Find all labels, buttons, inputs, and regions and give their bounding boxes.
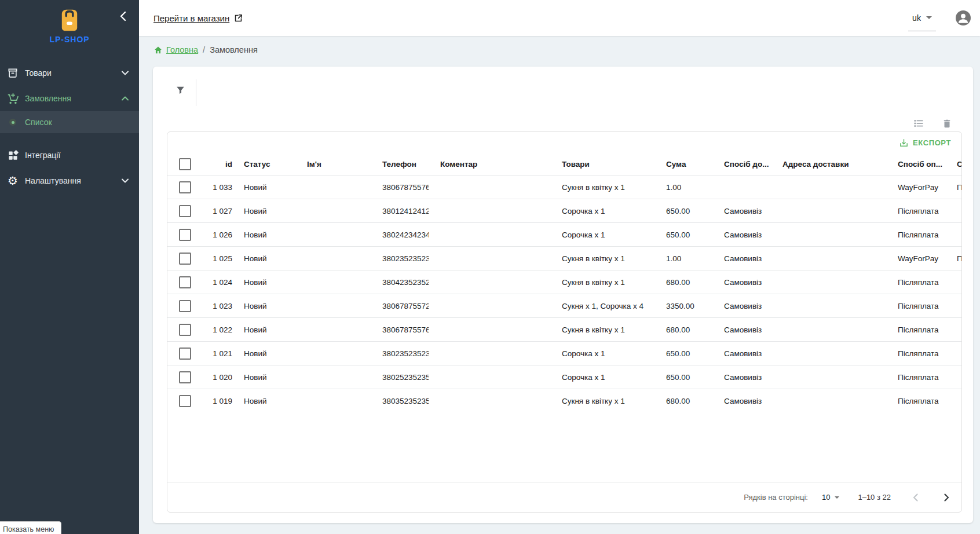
cell-comment — [429, 365, 550, 389]
cell-phone: 380352352353 — [371, 389, 429, 413]
sidebar-item-integrations[interactable]: Інтеграції — [0, 142, 139, 168]
table-row[interactable]: 1 026Новий380242342342Сорочка x 1650.00С… — [167, 223, 961, 247]
cell-sum: 3350.00 — [654, 294, 712, 318]
cell-payment_status — [945, 365, 961, 389]
row-checkbox[interactable] — [179, 229, 191, 241]
export-button[interactable]: ЕКСПОРТ — [895, 136, 955, 150]
cell-payment_status — [945, 342, 961, 365]
row-checkbox[interactable] — [179, 324, 191, 336]
cell-sum: 680.00 — [654, 389, 712, 413]
home-icon — [153, 46, 163, 54]
previous-page-button[interactable] — [908, 491, 922, 504]
column-header-id[interactable]: id — [208, 153, 232, 175]
table-row[interactable]: 1 019Новий380352352353Сукня в квітку x 1… — [167, 389, 961, 413]
table-row[interactable]: 1 027Новий380124124124Сорочка x 1650.00С… — [167, 199, 961, 223]
cell-products: Сорочка x 1 — [550, 342, 654, 365]
cell-comment — [429, 270, 550, 294]
orders-table-card: ЕКСПОРТ idСтатусІм'яТелефонКоментарТовар… — [167, 131, 962, 513]
row-checkbox[interactable] — [179, 395, 191, 407]
filter-button[interactable] — [172, 82, 188, 98]
caret-down-icon — [926, 16, 932, 19]
cell-name — [295, 223, 371, 247]
chevron-left-icon — [913, 493, 918, 502]
column-header-sum[interactable]: Сума — [654, 153, 712, 175]
cell-id: 1 024 — [208, 270, 232, 294]
cell-select — [167, 175, 208, 199]
shopping-bag-logo-icon — [58, 9, 81, 31]
cell-name — [295, 270, 371, 294]
cell-name — [295, 247, 371, 270]
table-row[interactable]: 1 023Новий380678755722Сукня x 1, Сорочка… — [167, 294, 961, 318]
sidebar-item-orders-list[interactable]: Список — [0, 111, 139, 133]
column-header-comment[interactable]: Коментар — [429, 153, 550, 175]
breadcrumb-home-link[interactable]: Головна — [153, 45, 198, 54]
cell-payment: WayForPay — [886, 175, 945, 199]
cell-phone: 380235235235 — [371, 247, 429, 270]
cell-delivery: Самовивіз — [712, 270, 771, 294]
column-header-name[interactable]: Ім'я — [295, 153, 371, 175]
cell-sum: 680.00 — [654, 318, 712, 342]
sidebar-item-products[interactable]: Товари — [0, 60, 139, 86]
account-avatar[interactable] — [956, 10, 971, 25]
language-value: uk — [912, 13, 921, 23]
go-to-store-label: Перейти в магазин — [153, 13, 229, 23]
radio-dot-icon — [6, 115, 20, 129]
table-row[interactable]: 1 024Новий380423523523Сукня в квітку x 1… — [167, 270, 961, 294]
trash-icon — [942, 118, 952, 129]
table-row[interactable]: 1 025Новий380235235235Сукня в квітку x 1… — [167, 247, 961, 270]
delete-button[interactable] — [942, 118, 952, 129]
export-row: ЕКСПОРТ — [167, 132, 961, 153]
cell-address — [771, 199, 886, 223]
cell-products: Сукня в квітку x 1 — [550, 389, 654, 413]
cell-id: 1 027 — [208, 199, 232, 223]
cell-payment_status: П — [945, 247, 961, 270]
external-link-icon — [233, 13, 243, 23]
sidebar-item-settings[interactable]: ⚙ Налаштування — [0, 168, 139, 193]
language-select[interactable]: uk — [908, 11, 936, 31]
cell-address — [771, 294, 886, 318]
cell-sum: 650.00 — [654, 365, 712, 389]
cell-products: Сукня в квітку x 1 — [550, 318, 654, 342]
filter-funnel-icon — [175, 85, 185, 95]
column-header-delivery[interactable]: Спосіб до... — [712, 153, 771, 175]
cell-payment_status — [945, 270, 961, 294]
column-header-phone[interactable]: Телефон — [371, 153, 429, 175]
cell-select — [167, 318, 208, 342]
cell-status: Новий — [232, 175, 295, 199]
column-header-payment[interactable]: Спосіб оп... — [886, 153, 945, 175]
cell-payment_status: П — [945, 175, 961, 199]
row-checkbox[interactable] — [179, 300, 191, 312]
go-to-store-link[interactable]: Перейти в магазин — [153, 13, 243, 23]
row-checkbox[interactable] — [179, 348, 191, 360]
table-row[interactable]: 1 033Новий380678755765Сукня в квітку x 1… — [167, 175, 961, 199]
column-header-address[interactable]: Адреса доставки — [771, 153, 886, 175]
list-icon — [913, 118, 924, 129]
column-header-products[interactable]: Товари — [550, 153, 654, 175]
column-settings-button[interactable] — [913, 118, 924, 129]
sidebar-item-label: Список — [25, 118, 129, 127]
chevron-up-icon — [122, 96, 129, 101]
table-row[interactable]: 1 021Новий380235235235Сорочка x 1650.00С… — [167, 342, 961, 365]
row-checkbox[interactable] — [179, 371, 191, 383]
row-checkbox[interactable] — [179, 253, 191, 265]
table-row[interactable]: 1 020Новий380252352352Сорочка x 1650.00С… — [167, 365, 961, 389]
logo-text: LP-SHOP — [49, 35, 89, 44]
cell-status: Новий — [232, 223, 295, 247]
column-header-payment_status[interactable]: С — [945, 153, 961, 175]
row-checkbox[interactable] — [179, 276, 191, 288]
sidebar-collapse-button[interactable] — [116, 9, 130, 23]
export-label: ЕКСПОРТ — [913, 138, 951, 147]
column-header-status[interactable]: Статус — [232, 153, 295, 175]
cell-id: 1 025 — [208, 247, 232, 270]
row-checkbox[interactable] — [179, 181, 191, 193]
sidebar-item-orders[interactable]: Замовлення — [0, 86, 139, 111]
chevron-left-icon — [119, 11, 126, 21]
cell-id: 1 022 — [208, 318, 232, 342]
select-all-checkbox[interactable] — [179, 158, 191, 170]
cell-products: Сукня в квітку x 1 — [550, 270, 654, 294]
rows-per-page-select[interactable]: 10 — [822, 493, 839, 502]
table-row[interactable]: 1 022Новий380678755765Сукня в квітку x 1… — [167, 318, 961, 342]
next-page-button[interactable] — [939, 491, 953, 504]
row-checkbox[interactable] — [179, 205, 191, 217]
cell-select — [167, 223, 208, 247]
